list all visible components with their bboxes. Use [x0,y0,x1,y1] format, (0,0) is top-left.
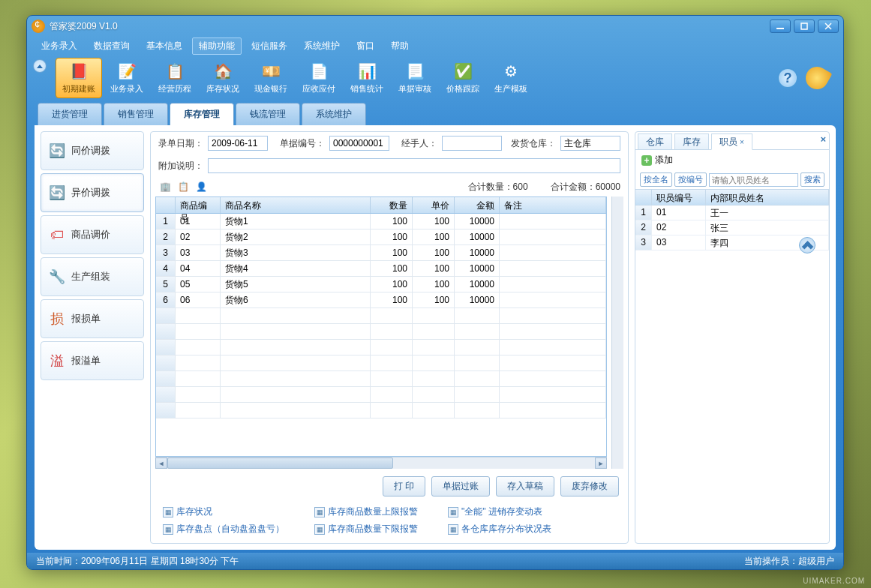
search-button[interactable]: 搜索 [800,172,824,187]
grid-body[interactable]: 101货物110010010000202货物210010010000303货物3… [156,214,606,456]
table-row[interactable]: 404货物410010010000 [156,261,606,277]
toolbar-button[interactable]: 💴现金银行 [248,58,294,98]
table-row-empty[interactable] [156,387,606,403]
minimize-button[interactable] [770,20,791,33]
sidebar-item[interactable]: 溢报溢单 [41,341,144,380]
main-tab[interactable]: 销售管理 [104,103,168,125]
sidebar-item[interactable]: 🏷商品调价 [41,215,144,254]
right-table-row[interactable]: 101王一 [635,206,829,220]
close-button[interactable] [818,20,839,33]
quick-link[interactable]: ▦库存商品数量下限报警 [314,523,418,536]
quick-link[interactable]: ▦各仓库库存分布状况表 [448,523,551,536]
main-tab[interactable]: 钱流管理 [236,103,300,125]
grid-header-code[interactable]: 商品编号 [176,197,221,213]
grid-header-n[interactable] [156,197,176,213]
right-panel: × 仓库库存职员× + 添加 按全名 按编号 搜索 职员编号 内部职员姓名 [635,131,830,544]
menu-item[interactable]: 基本信息 [140,38,189,55]
theme-icon[interactable] [802,63,833,94]
grid-header-note[interactable]: 备注 [500,197,606,213]
main-tab[interactable]: 进货管理 [38,103,102,125]
date-input[interactable] [208,136,268,151]
items-grid: 商品编号 商品名称 数量 单价 金额 备注 101货物1100100100002… [155,196,607,457]
search-input[interactable] [709,173,798,187]
collapse-toolbar-button[interactable] [33,59,47,73]
titlebar[interactable]: 管家婆2009 V1.0 [27,16,843,37]
toolbar-button[interactable]: 📊销售统计 [344,58,390,98]
filter-no-button[interactable]: 按编号 [674,172,707,187]
toolbar-button[interactable]: 📝业务录入 [104,58,150,98]
main-tab[interactable]: 系统维护 [302,103,366,125]
table-row-empty[interactable] [156,371,606,387]
table-row[interactable]: 303货物310010010000 [156,245,606,261]
vertical-scrollbar[interactable] [611,196,623,469]
grid-header-name[interactable]: 商品名称 [221,197,371,213]
quick-link[interactable]: ▦库存盘点（自动盘盈盘亏） [163,523,284,536]
right-grid-body[interactable]: 101王一202张三303李四 [635,206,829,543]
form-row-1: 录单日期： 单据编号： 经手人： 发货仓库： [151,132,628,154]
grid-tool-icon-1[interactable]: 🏢 [158,180,172,194]
toolbar-button[interactable]: 📃单据审核 [392,58,438,98]
sidebar-item[interactable]: 🔄异价调拨 [41,173,144,212]
rgrid-header-code[interactable]: 职员编号 [652,190,706,205]
post-button[interactable]: 单据过账 [431,476,490,496]
table-row[interactable]: 101货物110010010000 [156,214,606,230]
toolbar-button[interactable]: 🏠库存状况 [200,58,246,98]
sidebar-item[interactable]: 损报损单 [41,299,144,338]
toolbar-button[interactable]: 📋经营历程 [152,58,198,98]
table-row-empty[interactable] [156,324,606,340]
quick-link[interactable]: ▦库存商品数量上限报警 [314,506,418,518]
menu-item[interactable]: 帮助 [384,38,416,55]
filter-all-button[interactable]: 按全名 [640,172,672,187]
table-row-empty[interactable] [156,340,606,356]
toolbar-icon: ✅ [453,62,473,81]
right-tab[interactable]: 仓库 [638,134,672,149]
handler-input[interactable] [442,136,502,151]
sidebar-icon: 损 [49,310,65,327]
right-tab[interactable]: 库存 [674,134,709,149]
print-button[interactable]: 打 印 [383,476,425,496]
sidebar-item[interactable]: 🔄同价调拨 [41,131,144,170]
tab-close-icon[interactable]: × [740,138,744,146]
menu-item[interactable]: 辅助功能 [192,38,242,55]
sidebar-item[interactable]: 🔧生产组装 [41,257,144,296]
menu-item[interactable]: 业务录入 [35,38,84,55]
table-row[interactable]: 202货物210010010000 [156,230,606,245]
table-row[interactable]: 606货物610010010000 [156,292,606,308]
toolbar-button[interactable]: ⚙生产模板 [488,58,534,98]
main-tab[interactable]: 库存管理 [170,103,234,125]
summary-qty: 合计数量：600 [468,181,528,194]
toolbar-button[interactable]: 📕初期建账 [56,58,102,98]
menu-item[interactable]: 系统维护 [297,38,347,55]
maximize-button[interactable] [794,20,815,33]
right-panel-close-icon[interactable]: × [820,134,826,145]
menu-item[interactable]: 数据查询 [87,38,137,55]
grid-tool-icon-3[interactable]: 👤 [194,180,208,194]
grid-header-price[interactable]: 单价 [413,197,455,213]
toolbar-button[interactable]: 📄应收应付 [296,58,342,98]
table-row-empty[interactable] [156,308,606,324]
grid-tool-icon-2[interactable]: 📋 [176,180,190,194]
horizontal-scrollbar[interactable]: ◄ ► [155,457,607,469]
right-table-row[interactable]: 202张三 [635,220,829,236]
table-row-empty[interactable] [156,403,606,418]
add-row[interactable]: + 添加 [635,150,829,170]
table-row-empty[interactable] [156,356,606,371]
grid-header-amt[interactable]: 金额 [455,197,500,213]
discard-button[interactable]: 废弃修改 [560,476,619,496]
grid-header-qty[interactable]: 数量 [371,197,413,213]
toolbar-button[interactable]: ✅价格跟踪 [440,58,486,98]
draft-button[interactable]: 存入草稿 [496,476,554,496]
table-row[interactable]: 505货物510010010000 [156,277,606,292]
note-input[interactable] [208,158,620,173]
warehouse-input[interactable] [560,136,620,151]
help-icon[interactable]: ? [777,68,798,88]
rgrid-header-name[interactable]: 内部职员姓名 [706,190,829,205]
float-arrow-icon[interactable] [799,237,815,254]
menu-item[interactable]: 短信服务 [245,38,294,55]
quick-link[interactable]: ▦库存状况 [163,506,284,518]
quick-link[interactable]: ▦"全能" 进销存变动表 [448,506,551,518]
no-input[interactable] [329,136,389,151]
right-tab[interactable]: 职员× [711,134,752,150]
rgrid-header-n[interactable] [635,190,652,205]
menu-item[interactable]: 窗口 [350,38,381,55]
